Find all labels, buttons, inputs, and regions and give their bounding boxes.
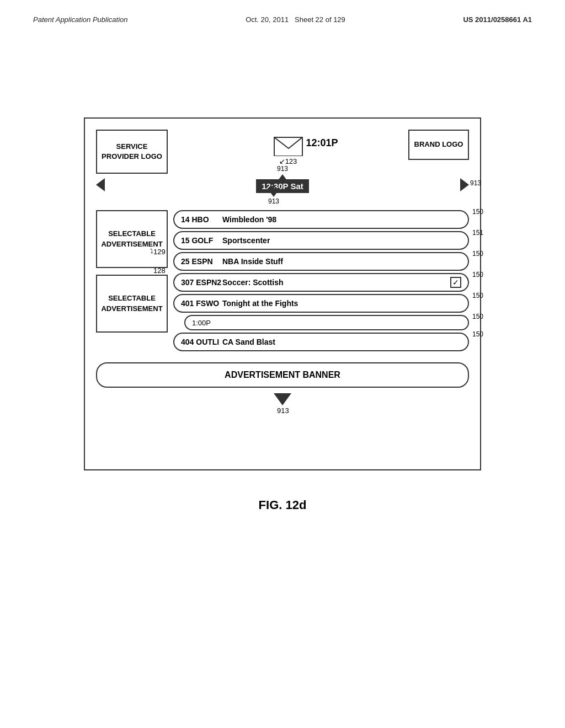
figure-label: FIG. 12d [259,498,307,512]
nav-left-arrow[interactable] [96,178,105,194]
channel-list: 129 ⤵ 128 14 HBO Wimbledon '98 150 15 GO… [173,210,469,351]
ad-banner: ADVERTISEMENT BANNER [96,362,469,388]
label-913-bottom: 913 [277,406,289,415]
channel-program-espn: NBA Inside Stuff [222,257,461,266]
service-provider-logo: SERVICE PROVIDER LOGO [96,130,168,174]
nav-down-arrow-group: 913 [267,188,280,205]
channel-row-hbo[interactable]: 14 HBO Wimbledon '98 150 [173,210,469,229]
selectable-ad-1: SELECTABLE ADVERTISEMENT [96,210,168,268]
publication-label: Patent Application Publication [33,15,128,24]
channel-row-espn[interactable]: 25 ESPN NBA Inside Stuff 150 [173,252,469,271]
channel-program-outli: CA Sand Blast [222,338,461,346]
nav-up-arrow-group: 913 [276,165,289,184]
nav-down-arrow[interactable] [267,188,280,197]
channel-num-outli: 404 OUTLI [181,338,222,346]
patent-number: US 2011/0258661 A1 [463,15,532,24]
date-sheet: Oct. 20, 2011 Sheet 22 of 129 [246,15,345,24]
diagram-box: SERVICE PROVIDER LOGO 12:01P ↙123 BRAND … [84,117,481,470]
brand-logo: BRAND LOGO [408,130,469,160]
channel-num-espn: 25 ESPN [181,257,222,266]
subrow-time: 1:00P [192,319,211,327]
sheet-number: Sheet 22 of 129 [295,15,345,24]
nav-right-arrow[interactable] [460,178,469,194]
nav-row: 913 12:30P Sat 913 913 [96,178,469,194]
middle-content: SELECTABLE ADVERTISEMENT SELECTABLE ADVE… [96,210,469,351]
label-150-5: 150 [472,313,483,320]
label-150-1: 150 [472,208,483,216]
label-913-up: 913 [268,197,279,205]
channel-program-fswo: Tonight at the Fights [222,299,461,308]
channel-num-espn2: 307 ESPN2 [181,278,222,287]
patent-header: Patent Application Publication Oct. 20, … [0,0,565,29]
channel-row-fswo[interactable]: 401 FSWO Tonight at the Fights 150 [173,294,469,313]
ref-128: 128 [153,266,166,275]
channel-check-espn2[interactable]: ✓ [450,277,461,288]
selectable-ad-2: SELECTABLE ADVERTISEMENT [96,275,168,333]
figure-container: SERVICE PROVIDER LOGO 12:01P ↙123 BRAND … [0,117,565,512]
left-ads: SELECTABLE ADVERTISEMENT SELECTABLE ADVE… [96,210,168,351]
label-150-3: 150 [472,271,483,279]
ref-129-brace: ⤵ [150,248,153,254]
label-913-top: 913 [277,165,288,173]
nav-bottom-arrow[interactable] [274,393,291,405]
channel-row-espn2[interactable]: 307 ESPN2 Soccer: Scottish ✓ 150 [173,273,469,292]
label-151-1: 151 [472,229,483,237]
channel-num-golf: 15 GOLF [181,236,222,245]
bottom-arrow-row: 913 [96,393,469,422]
label-150-2: 150 [472,250,483,258]
channel-num-fswo: 401 FSWO [181,299,222,308]
publication-date: Oct. 20, 2011 [246,15,289,24]
channel-num-hbo: 14 HBO [181,215,222,224]
channel-program-golf: Sportscenter [222,236,461,245]
label-150-4: 150 [472,292,483,299]
ref-129: 129 [153,248,166,256]
nav-up-arrow[interactable] [276,174,289,183]
channel-program-hbo: Wimbledon '98 [222,215,461,224]
channel-program-espn2: Soccer: Scottish [222,278,450,287]
center-area: 12:01P ↙123 [273,135,303,165]
channel-row-golf[interactable]: 15 GOLF Sportscenter 151 [173,231,469,250]
time-display: 12:01P [306,137,338,149]
channel-row-outli[interactable]: 404 OUTLI CA Sand Blast 150 [173,333,469,351]
time-subrow: 1:00P 150 [184,315,469,330]
label-913-right: 913 [470,179,481,187]
label-150-6: 150 [472,330,483,338]
